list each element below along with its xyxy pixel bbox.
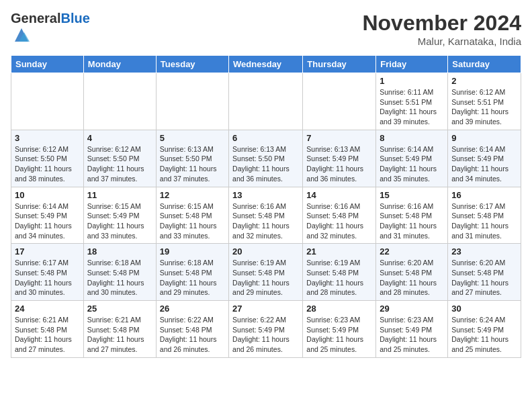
calendar-cell <box>229 73 303 130</box>
calendar-cell: 3Sunrise: 6:12 AM Sunset: 5:50 PM Daylig… <box>11 130 84 187</box>
calendar-cell: 7Sunrise: 6:13 AM Sunset: 5:49 PM Daylig… <box>303 130 376 187</box>
day-number: 29 <box>380 304 444 314</box>
calendar-cell: 22Sunrise: 6:20 AM Sunset: 5:48 PM Dayli… <box>376 244 448 301</box>
day-number: 25 <box>87 304 152 314</box>
day-info: Sunrise: 6:13 AM Sunset: 5:50 PM Dayligh… <box>232 144 299 184</box>
day-number: 10 <box>15 190 80 200</box>
day-number: 22 <box>380 246 444 257</box>
calendar-cell: 11Sunrise: 6:15 AM Sunset: 5:49 PM Dayli… <box>83 187 156 244</box>
calendar-header-row: SundayMondayTuesdayWednesdayThursdayFrid… <box>11 56 521 73</box>
calendar-cell: 10Sunrise: 6:14 AM Sunset: 5:49 PM Dayli… <box>11 187 84 244</box>
day-info: Sunrise: 6:14 AM Sunset: 5:49 PM Dayligh… <box>15 201 80 241</box>
calendar-cell <box>303 73 376 130</box>
logo-general-text: General <box>11 11 60 26</box>
day-info: Sunrise: 6:12 AM Sunset: 5:50 PM Dayligh… <box>15 144 80 184</box>
weekday-header-tuesday: Tuesday <box>156 56 228 73</box>
day-info: Sunrise: 6:13 AM Sunset: 5:50 PM Dayligh… <box>160 144 225 184</box>
day-number: 9 <box>451 133 517 143</box>
calendar-week-3: 10Sunrise: 6:14 AM Sunset: 5:49 PM Dayli… <box>11 187 521 244</box>
calendar-cell: 13Sunrise: 6:16 AM Sunset: 5:48 PM Dayli… <box>229 187 303 244</box>
weekday-header-thursday: Thursday <box>303 56 376 73</box>
day-number: 8 <box>380 133 444 143</box>
day-info: Sunrise: 6:23 AM Sunset: 5:49 PM Dayligh… <box>306 315 372 355</box>
day-info: Sunrise: 6:23 AM Sunset: 5:49 PM Dayligh… <box>380 315 444 355</box>
day-number: 1 <box>380 76 444 86</box>
day-number: 30 <box>451 304 517 314</box>
calendar-cell: 25Sunrise: 6:21 AM Sunset: 5:48 PM Dayli… <box>83 301 156 358</box>
location-text: Malur, Karnataka, India <box>362 36 521 47</box>
day-number: 14 <box>306 190 372 200</box>
calendar-cell: 21Sunrise: 6:19 AM Sunset: 5:48 PM Dayli… <box>303 244 376 301</box>
day-number: 4 <box>87 133 152 143</box>
calendar-cell: 30Sunrise: 6:24 AM Sunset: 5:49 PM Dayli… <box>448 301 521 358</box>
day-number: 6 <box>232 133 299 143</box>
calendar-cell <box>83 73 156 130</box>
calendar-cell: 20Sunrise: 6:19 AM Sunset: 5:48 PM Dayli… <box>229 244 303 301</box>
calendar-cell: 8Sunrise: 6:14 AM Sunset: 5:49 PM Daylig… <box>376 130 448 187</box>
month-title: November 2024 <box>362 11 521 36</box>
day-number: 24 <box>15 304 80 314</box>
calendar-cell: 9Sunrise: 6:14 AM Sunset: 5:49 PM Daylig… <box>448 130 521 187</box>
day-number: 23 <box>451 246 517 257</box>
calendar-cell <box>11 73 84 130</box>
day-number: 15 <box>380 190 444 200</box>
day-number: 20 <box>232 246 299 257</box>
calendar-cell: 15Sunrise: 6:16 AM Sunset: 5:48 PM Dayli… <box>376 187 448 244</box>
day-number: 21 <box>306 246 372 257</box>
calendar-cell: 2Sunrise: 6:12 AM Sunset: 5:51 PM Daylig… <box>448 73 521 130</box>
calendar-cell: 14Sunrise: 6:16 AM Sunset: 5:48 PM Dayli… <box>303 187 376 244</box>
day-info: Sunrise: 6:18 AM Sunset: 5:48 PM Dayligh… <box>87 258 152 298</box>
logo: GeneralBlue <box>11 11 90 47</box>
day-number: 7 <box>306 133 372 143</box>
day-info: Sunrise: 6:20 AM Sunset: 5:48 PM Dayligh… <box>380 258 444 298</box>
calendar-cell: 18Sunrise: 6:18 AM Sunset: 5:48 PM Dayli… <box>83 244 156 301</box>
day-info: Sunrise: 6:22 AM Sunset: 5:48 PM Dayligh… <box>160 315 225 355</box>
day-info: Sunrise: 6:17 AM Sunset: 5:48 PM Dayligh… <box>15 258 80 298</box>
day-number: 12 <box>160 190 225 200</box>
day-info: Sunrise: 6:17 AM Sunset: 5:48 PM Dayligh… <box>451 201 517 241</box>
calendar-cell: 4Sunrise: 6:12 AM Sunset: 5:50 PM Daylig… <box>83 130 156 187</box>
day-number: 18 <box>87 246 152 257</box>
calendar-week-4: 17Sunrise: 6:17 AM Sunset: 5:48 PM Dayli… <box>11 244 521 301</box>
day-number: 27 <box>232 304 299 314</box>
day-info: Sunrise: 6:22 AM Sunset: 5:49 PM Dayligh… <box>232 315 299 355</box>
day-info: Sunrise: 6:12 AM Sunset: 5:50 PM Dayligh… <box>87 144 152 184</box>
day-info: Sunrise: 6:18 AM Sunset: 5:48 PM Dayligh… <box>160 258 225 298</box>
calendar-cell <box>156 73 228 130</box>
day-info: Sunrise: 6:16 AM Sunset: 5:48 PM Dayligh… <box>306 201 372 241</box>
day-number: 17 <box>15 246 80 257</box>
calendar-cell: 23Sunrise: 6:20 AM Sunset: 5:48 PM Dayli… <box>448 244 521 301</box>
logo-icon <box>12 26 31 44</box>
calendar-cell: 5Sunrise: 6:13 AM Sunset: 5:50 PM Daylig… <box>156 130 228 187</box>
day-number: 2 <box>451 76 517 86</box>
calendar-table: SundayMondayTuesdayWednesdayThursdayFrid… <box>11 55 521 358</box>
calendar-cell: 19Sunrise: 6:18 AM Sunset: 5:48 PM Dayli… <box>156 244 228 301</box>
day-info: Sunrise: 6:20 AM Sunset: 5:48 PM Dayligh… <box>451 258 517 298</box>
calendar-cell: 1Sunrise: 6:11 AM Sunset: 5:51 PM Daylig… <box>376 73 448 130</box>
day-info: Sunrise: 6:15 AM Sunset: 5:48 PM Dayligh… <box>160 201 225 241</box>
calendar-cell: 17Sunrise: 6:17 AM Sunset: 5:48 PM Dayli… <box>11 244 84 301</box>
calendar-week-2: 3Sunrise: 6:12 AM Sunset: 5:50 PM Daylig… <box>11 130 521 187</box>
day-info: Sunrise: 6:16 AM Sunset: 5:48 PM Dayligh… <box>380 201 444 241</box>
day-number: 26 <box>160 304 225 314</box>
calendar-cell: 26Sunrise: 6:22 AM Sunset: 5:48 PM Dayli… <box>156 301 228 358</box>
day-number: 11 <box>87 190 152 200</box>
day-number: 19 <box>160 246 225 257</box>
day-info: Sunrise: 6:14 AM Sunset: 5:49 PM Dayligh… <box>380 144 444 184</box>
calendar-week-1: 1Sunrise: 6:11 AM Sunset: 5:51 PM Daylig… <box>11 73 521 130</box>
calendar-cell: 16Sunrise: 6:17 AM Sunset: 5:48 PM Dayli… <box>448 187 521 244</box>
day-number: 13 <box>232 190 299 200</box>
weekday-header-friday: Friday <box>376 56 448 73</box>
day-info: Sunrise: 6:15 AM Sunset: 5:49 PM Dayligh… <box>87 201 152 241</box>
day-info: Sunrise: 6:21 AM Sunset: 5:48 PM Dayligh… <box>87 315 152 355</box>
page-header: GeneralBlue November 2024 Malur, Karnata… <box>11 11 521 47</box>
logo-blue-text: Blue <box>60 11 89 26</box>
title-block: November 2024 Malur, Karnataka, India <box>362 11 521 47</box>
calendar-cell: 27Sunrise: 6:22 AM Sunset: 5:49 PM Dayli… <box>229 301 303 358</box>
weekday-header-wednesday: Wednesday <box>229 56 303 73</box>
day-number: 5 <box>160 133 225 143</box>
day-number: 28 <box>306 304 372 314</box>
weekday-header-monday: Monday <box>83 56 156 73</box>
calendar-cell: 24Sunrise: 6:21 AM Sunset: 5:48 PM Dayli… <box>11 301 84 358</box>
day-info: Sunrise: 6:16 AM Sunset: 5:48 PM Dayligh… <box>232 201 299 241</box>
